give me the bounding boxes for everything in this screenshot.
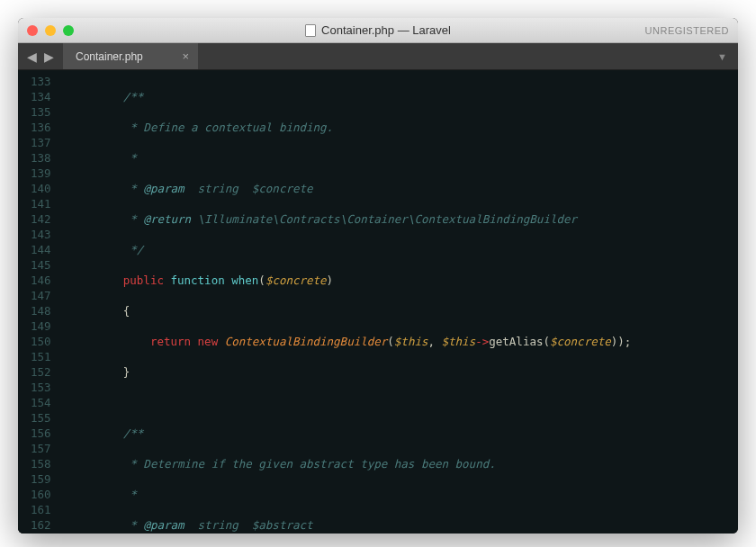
nav-back-icon[interactable]: ◀	[27, 49, 37, 64]
line-number: 158	[31, 456, 51, 471]
line-number: 159	[31, 471, 51, 487]
line-number: 141	[31, 196, 51, 211]
line-number: 147	[31, 288, 51, 303]
line-number: 160	[31, 487, 51, 502]
line-number: 151	[31, 349, 51, 364]
line-number: 152	[31, 364, 51, 380]
line-number: 161	[31, 502, 51, 517]
file-icon	[305, 24, 316, 37]
tab-close-icon[interactable]: ×	[182, 49, 189, 63]
editor-area[interactable]: 1331341351361371381391401411421431441451…	[18, 70, 738, 534]
line-number: 135	[31, 104, 51, 120]
tab-container-php[interactable]: Container.php ×	[63, 43, 198, 69]
line-number: 145	[31, 257, 51, 273]
toolbar-menu[interactable]: ▼	[717, 43, 738, 69]
line-number: 154	[31, 395, 51, 410]
line-number: 140	[31, 181, 51, 196]
line-number: 146	[31, 273, 51, 288]
line-number: 153	[31, 380, 51, 395]
line-number: 148	[31, 303, 51, 318]
line-number: 157	[31, 441, 51, 456]
line-number: 150	[31, 334, 51, 349]
nav-forward-icon[interactable]: ▶	[44, 49, 54, 64]
line-number-gutter: 1331341351361371381391401411421431441451…	[18, 70, 60, 534]
maximize-button[interactable]	[63, 25, 74, 36]
titlebar: Container.php — Laravel UNREGISTERED	[18, 18, 738, 43]
line-number: 139	[31, 166, 51, 181]
minimize-button[interactable]	[45, 25, 56, 36]
line-number: 149	[31, 318, 51, 334]
line-number: 156	[31, 426, 51, 441]
line-number: 155	[31, 410, 51, 426]
line-number: 137	[31, 135, 51, 150]
editor-window: Container.php — Laravel UNREGISTERED ◀ ▶…	[18, 18, 738, 534]
unregistered-label: UNREGISTERED	[645, 25, 729, 36]
line-number: 136	[31, 120, 51, 135]
line-number: 144	[31, 242, 51, 257]
line-number: 138	[31, 150, 51, 166]
tab-label: Container.php	[76, 50, 143, 63]
code-content[interactable]: /** * Define a contextual binding. * * @…	[60, 70, 738, 534]
window-title: Container.php — Laravel	[18, 23, 738, 37]
line-number: 162	[31, 517, 51, 533]
window-title-text: Container.php — Laravel	[321, 23, 451, 37]
nav-arrows: ◀ ▶	[18, 43, 63, 69]
line-number: 134	[31, 89, 51, 104]
close-button[interactable]	[27, 25, 38, 36]
line-number: 143	[31, 227, 51, 242]
line-number: 133	[31, 74, 51, 89]
tab-bar: ◀ ▶ Container.php × ▼	[18, 43, 738, 70]
line-number: 142	[31, 211, 51, 227]
traffic-lights	[27, 25, 74, 36]
